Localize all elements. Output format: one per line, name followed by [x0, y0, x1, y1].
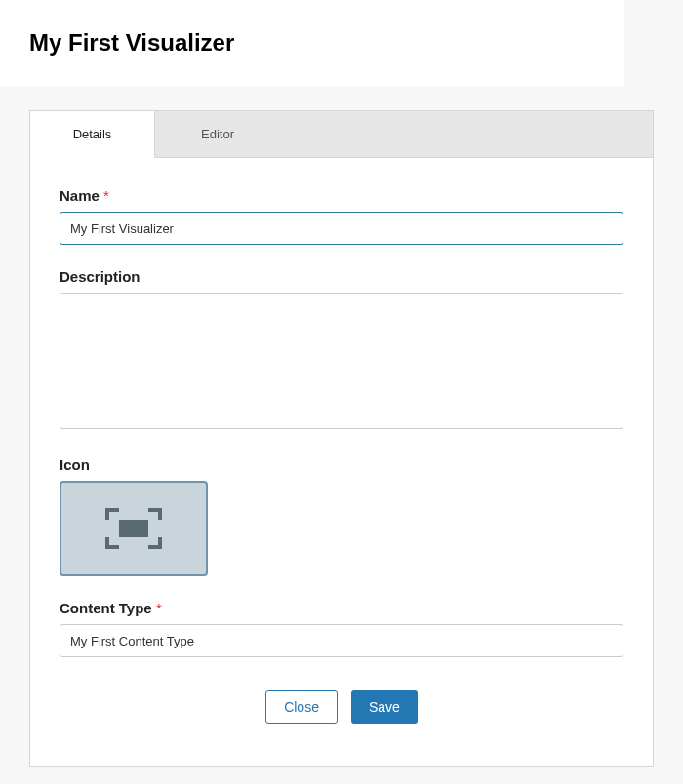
content-type-input[interactable]: [60, 624, 623, 657]
name-label-text: Name: [60, 187, 100, 204]
name-group: Name *: [60, 187, 623, 245]
icon-group: Icon: [60, 456, 623, 576]
content-type-label: Content Type *: [60, 600, 623, 616]
button-row: Close Save: [60, 681, 623, 747]
name-input[interactable]: [60, 212, 623, 245]
icon-label: Icon: [60, 456, 623, 473]
tab-details[interactable]: Details: [30, 111, 155, 158]
content-type-label-text: Content Type: [60, 600, 152, 616]
main-panel: Details Editor Name * Description Icon: [29, 110, 654, 767]
tab-editor[interactable]: Editor: [155, 111, 280, 157]
name-label: Name *: [60, 187, 623, 204]
tabs: Details Editor: [30, 111, 653, 158]
svg-rect-0: [119, 520, 148, 537]
icon-picker[interactable]: [60, 481, 208, 576]
tab-editor-label: Editor: [201, 127, 234, 141]
content-type-group: Content Type *: [60, 600, 623, 657]
form-body: Name * Description Icon: [30, 158, 653, 766]
description-input[interactable]: [60, 293, 623, 429]
close-button[interactable]: Close: [265, 690, 338, 724]
header: My First Visualizer: [0, 0, 624, 86]
tab-details-label: Details: [73, 127, 112, 141]
required-marker: *: [103, 187, 109, 204]
fullscreen-icon: [105, 508, 162, 549]
save-button[interactable]: Save: [351, 690, 418, 724]
description-group: Description: [60, 268, 623, 433]
required-marker: *: [156, 600, 162, 616]
description-label: Description: [60, 268, 623, 285]
page-title: My First Visualizer: [29, 29, 595, 57]
